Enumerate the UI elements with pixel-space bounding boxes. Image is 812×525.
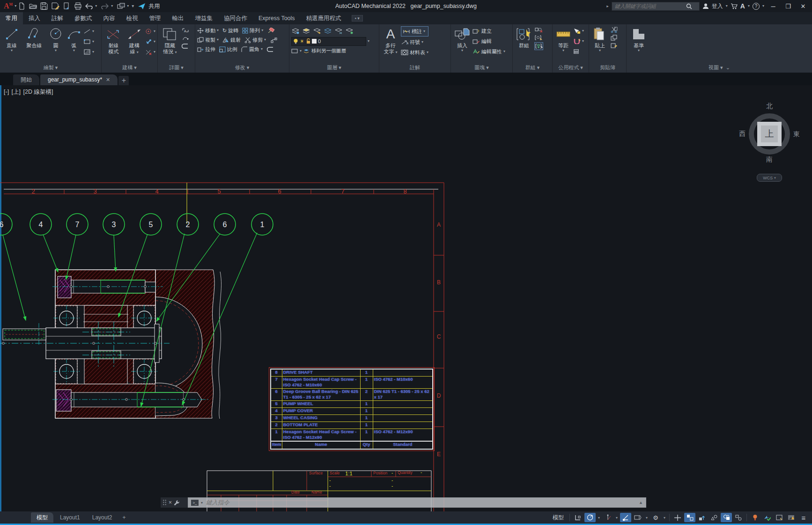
new-layout-button[interactable]: + xyxy=(118,512,129,523)
grid-display-icon[interactable] xyxy=(572,513,583,522)
bom-row[interactable]: 6Deep Groove Ball Bearing - DIN 625 T1 -… xyxy=(271,388,433,400)
arc-button[interactable]: 弧▾ xyxy=(66,26,82,64)
workspace-switching-icon[interactable] xyxy=(733,513,744,522)
isolate-objects-icon[interactable] xyxy=(749,513,760,522)
polar-tracking-icon[interactable] xyxy=(602,513,613,522)
group-edit-icon[interactable] xyxy=(534,34,542,41)
layer-unlock-icon[interactable] xyxy=(306,38,310,44)
minimize-button[interactable]: ─ xyxy=(767,3,779,10)
tab-insert[interactable]: 插入 xyxy=(23,12,46,24)
panel-label-draw[interactable]: 繪製 ▾ xyxy=(0,64,101,73)
autocad-logo-icon[interactable]: AM xyxy=(0,2,15,10)
layer-on-bulb-icon[interactable] xyxy=(293,38,298,44)
help-search-field[interactable] xyxy=(612,2,700,11)
tab-addins[interactable]: 增益集 xyxy=(190,12,219,24)
command-line-bar[interactable]: × >_ ▾ ▲ xyxy=(161,497,646,508)
layer-isolate-icon[interactable] xyxy=(313,28,321,35)
app-store-cart-icon[interactable] xyxy=(731,3,738,9)
command-close-icon[interactable]: × xyxy=(169,499,172,506)
maximize-button[interactable]: ❒ xyxy=(782,3,794,10)
share-plane-icon[interactable] xyxy=(136,1,147,11)
detail-clip-mini-icon[interactable] xyxy=(181,43,189,50)
paste-button[interactable]: 貼上▾ xyxy=(591,26,609,64)
autodesk-caret-icon[interactable]: ▾ xyxy=(748,4,750,8)
selection-crosshair-icon[interactable] xyxy=(672,513,683,522)
cut-icon[interactable] xyxy=(610,26,618,33)
search-icon[interactable] xyxy=(686,3,692,9)
tab-home[interactable]: 常用 xyxy=(0,12,23,24)
tab-express-tools[interactable]: Express Tools xyxy=(253,12,301,24)
command-input-field[interactable]: >_ ▾ ▲ xyxy=(188,497,646,508)
panel-label-layer[interactable]: 圖層 ▾ xyxy=(289,64,379,73)
ungroup-icon[interactable] xyxy=(534,26,542,33)
qat-customize-icon[interactable]: ▾ xyxy=(132,4,135,8)
layout-switch-icon[interactable] xyxy=(116,1,126,11)
erase-construction-mini-button[interactable]: ▾ xyxy=(145,47,155,57)
layer-dropdown-caret-icon[interactable]: ▾ xyxy=(368,39,369,43)
tab-output[interactable]: 輸出 xyxy=(167,12,190,24)
bom-row[interactable]: 8DRIVE SHAFT1 xyxy=(271,369,433,376)
panel-label-clipboard[interactable]: 剪貼簿 xyxy=(589,64,626,73)
detail-rotate-mini-icon[interactable] xyxy=(181,35,189,42)
array-button[interactable]: 陣列▾ xyxy=(242,26,263,35)
group-selection-toggle-icon[interactable] xyxy=(534,42,543,50)
bom-row[interactable]: 3WHEEL CASING1 xyxy=(271,414,433,421)
command-input[interactable] xyxy=(205,499,636,506)
edit-attributes-button[interactable]: 編輯屬性▾ xyxy=(472,47,505,56)
clip-icon[interactable] xyxy=(266,46,274,53)
bom-table-wrapper[interactable]: 8DRIVE SHAFT17Hexagon Socket Head Cap Sc… xyxy=(270,369,433,450)
viewcube-east-label[interactable]: 東 xyxy=(793,130,800,139)
bom-row[interactable]: 5PUMP WHEEL1 xyxy=(271,400,433,407)
copy-button[interactable]: 複製▾ xyxy=(197,35,219,44)
mtext-button[interactable]: A 多行文字 ▾ xyxy=(381,26,400,64)
layout-caret-icon[interactable]: ▾ xyxy=(127,4,131,8)
paste-special-icon[interactable] xyxy=(610,42,618,49)
drawline-mini-button[interactable]: ▾ xyxy=(83,27,94,36)
group-button[interactable]: 群組 xyxy=(515,26,533,64)
panel-label-annotate[interactable]: 註解 xyxy=(379,64,450,73)
hardware-acceleration-icon[interactable] xyxy=(786,513,797,522)
viewport-view-control[interactable]: [上] xyxy=(12,89,21,95)
save-icon[interactable] xyxy=(39,1,49,11)
graphics-performance-icon[interactable] xyxy=(761,513,773,522)
create-block-button[interactable]: 建立 xyxy=(472,26,505,36)
new-file-icon[interactable] xyxy=(16,1,27,11)
command-history-expand-icon[interactable]: ▲ xyxy=(639,500,643,505)
mirror-button[interactable]: 鏡射 xyxy=(222,35,241,44)
gear-pump-section[interactable] xyxy=(0,270,221,419)
model-space-button[interactable]: 模型 xyxy=(549,513,567,522)
symbol-button[interactable]: A符號▾ xyxy=(401,37,428,47)
tab-manage[interactable]: 管理 xyxy=(144,12,167,24)
rectangle-mini-button[interactable]: ▾ xyxy=(83,37,94,46)
tab-collaborate[interactable]: 協同合作 xyxy=(218,12,253,24)
panel-label-block[interactable]: 圖塊 ▾ xyxy=(451,64,512,73)
autoscale-annotations-icon[interactable] xyxy=(696,513,708,522)
layer-unisolate-icon[interactable] xyxy=(324,28,332,35)
balloons[interactable]: 6 4 7 3 5 2 6 1 xyxy=(0,214,273,235)
edit-block-button[interactable]: 編輯 xyxy=(472,37,505,46)
layer-thaw-sun-icon[interactable]: ☀ xyxy=(300,38,304,44)
make-current-layer-icon[interactable] xyxy=(291,48,298,54)
erase-icon[interactable] xyxy=(267,27,275,34)
quick-select-icon[interactable]: ▾ xyxy=(573,26,584,36)
layer-dropdown[interactable]: ☀ 0 xyxy=(291,37,366,46)
bom-row[interactable]: 4PUMP COVER1 xyxy=(271,407,433,414)
panel-label-group[interactable]: 群組 ▾ xyxy=(513,64,552,73)
undo-caret-icon[interactable]: ▾ xyxy=(95,4,99,8)
line-button[interactable]: 直線▾ xyxy=(2,26,22,64)
ribbon-collapse-icon[interactable]: ▪ ▾ xyxy=(352,15,363,22)
dimension-button[interactable]: 標註▾ xyxy=(401,26,428,37)
command-line-grip[interactable]: × xyxy=(161,497,188,508)
panel-label-view[interactable]: 視圖 ▾ ⌄ xyxy=(627,64,812,73)
viewport-controls[interactable]: [-] [上] [2D 線架構] xyxy=(4,88,54,96)
polyline-button[interactable]: 聚合線 xyxy=(22,26,46,64)
save-as-icon[interactable] xyxy=(50,1,60,11)
move-to-layer-label[interactable]: 移到另一個圖層 xyxy=(311,48,346,54)
osnap-caret-icon[interactable]: ▾ xyxy=(644,516,649,520)
model-tab[interactable]: 模型 xyxy=(31,512,53,523)
layout2-tab[interactable]: Layout2 xyxy=(87,512,118,523)
drag-handle-icon[interactable] xyxy=(162,499,167,506)
bom-button[interactable]: 材料表▾ xyxy=(401,48,428,57)
file-tab-document[interactable]: gear_pump_subassy*✕ xyxy=(40,74,118,85)
panel-label-modify[interactable]: 修改 ▾ xyxy=(195,64,289,73)
